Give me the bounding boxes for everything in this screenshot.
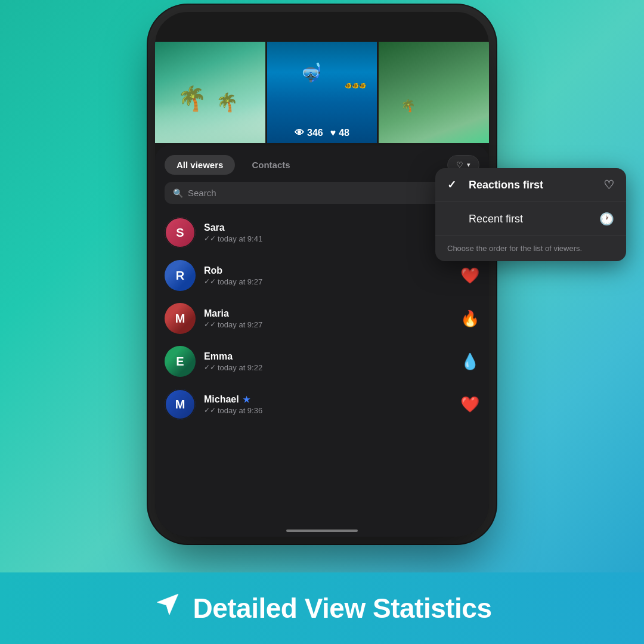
clock-icon: 🕐 (599, 212, 614, 226)
tab-all-viewers[interactable]: All viewers (165, 155, 235, 175)
image-beach: 🌴 🌴 (155, 42, 265, 143)
heart-icon: ♥ (330, 128, 336, 138)
checkmark-icon: ✓ (447, 178, 462, 191)
dropdown-recent-first[interactable]: Recent first 🕐 (435, 202, 626, 236)
premium-star-icon: ★ (243, 395, 250, 404)
viewer-item-michael[interactable]: M Michael ★ ✓✓ today at 9:36 ❤️ (155, 383, 489, 426)
reaction-rob: ❤️ (460, 267, 479, 285)
viewer-info-rob: Rob ✓✓ today at 9:27 (204, 265, 452, 286)
viewer-name-emma: Emma (204, 351, 452, 362)
viewer-info-michael: Michael ★ ✓✓ today at 9:36 (204, 394, 452, 415)
home-indicator (286, 530, 358, 532)
reaction-emma: 💧 (460, 352, 479, 371)
viewer-name-rob: Rob (204, 265, 452, 276)
reaction-maria: 🔥 (460, 309, 479, 328)
search-bar[interactable]: 🔍 Search (165, 182, 479, 204)
avatar-rob: R (165, 260, 196, 291)
viewer-time-emma: ✓✓ today at 9:22 (204, 363, 452, 372)
image-stats: 👁 346 ♥ 48 (295, 128, 349, 138)
viewer-info-maria: Maria ✓✓ today at 9:27 (204, 308, 452, 329)
viewer-time-michael: ✓✓ today at 9:36 (204, 406, 452, 415)
search-icon: 🔍 (173, 188, 183, 198)
sort-dropdown: ✓ Reactions first ♡ Recent first 🕐 Choos… (435, 168, 626, 261)
reaction-michael: ❤️ (460, 395, 479, 414)
viewer-name-maria: Maria (204, 308, 452, 319)
likes-stat: ♥ 48 (330, 128, 349, 138)
viewer-name-michael: Michael ★ (204, 394, 452, 405)
dropdown-reactions-first[interactable]: ✓ Reactions first ♡ (435, 168, 626, 202)
viewer-list: S Sara ✓✓ today at 9:41 R Rob (155, 211, 489, 537)
views-stat: 👁 346 (295, 128, 323, 138)
avatar-maria: M (165, 303, 196, 334)
phone-frame: 🌴 🌴 🤿 🐠🐠🐠 👁 346 ♥ 48 🌴 (155, 12, 489, 537)
viewer-item-rob[interactable]: R Rob ✓✓ today at 9:27 ❤️ (155, 254, 489, 297)
avatar-michael: M (165, 389, 196, 420)
viewer-info-emma: Emma ✓✓ today at 9:22 (204, 351, 452, 372)
views-count: 346 (307, 128, 323, 138)
eye-icon: 👁 (295, 128, 304, 138)
avatar-sara: S (165, 217, 196, 248)
recent-first-label: Recent first (469, 213, 523, 225)
telegram-icon (152, 589, 183, 627)
images-row: 🌴 🌴 🤿 🐠🐠🐠 👁 346 ♥ 48 🌴 (155, 12, 489, 143)
dropdown-tip-text: Choose the order for the list of viewers… (447, 244, 582, 253)
image-island: 🌴 (379, 42, 489, 143)
bottom-caption: Detailed View Statistics (0, 572, 644, 644)
avatar-emma: E (165, 346, 196, 377)
dropdown-tip: Choose the order for the list of viewers… (435, 236, 626, 261)
viewer-item-maria[interactable]: M Maria ✓✓ today at 9:27 🔥 (155, 297, 489, 340)
viewer-time-rob: ✓✓ today at 9:27 (204, 277, 452, 286)
viewer-item-emma[interactable]: E Emma ✓✓ today at 9:22 💧 (155, 340, 489, 383)
search-placeholder: Search (188, 188, 216, 198)
image-ocean: 🤿 🐠🐠🐠 👁 346 ♥ 48 (267, 42, 377, 143)
viewer-time-maria: ✓✓ today at 9:27 (204, 320, 452, 329)
likes-count: 48 (339, 128, 349, 138)
reactions-heart-icon: ♡ (603, 178, 614, 192)
tab-contacts[interactable]: Contacts (240, 155, 302, 175)
caption-title: Detailed View Statistics (193, 592, 491, 624)
reactions-first-label: Reactions first (469, 179, 543, 191)
